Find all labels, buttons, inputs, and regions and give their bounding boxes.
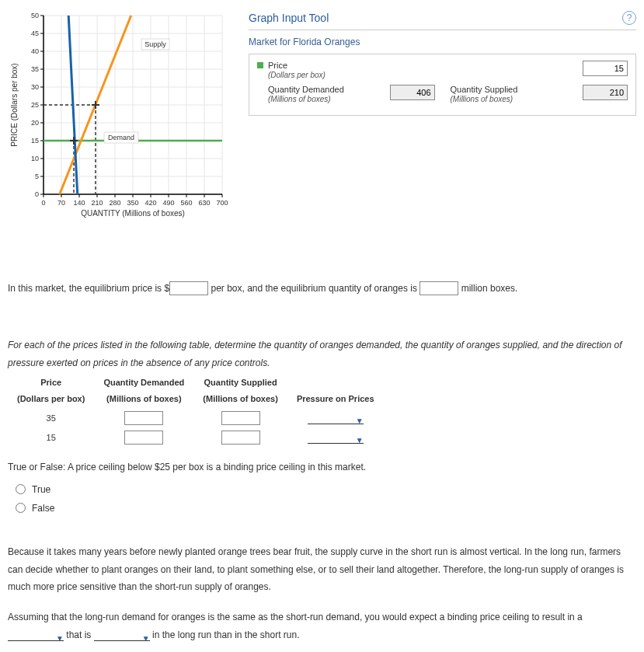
- svg-text:700: 700: [216, 199, 228, 207]
- price-sublabel: (Dollars per box): [268, 71, 325, 80]
- pressure-35-dropdown[interactable]: ▼: [308, 413, 364, 424]
- help-icon[interactable]: ?: [622, 11, 636, 25]
- qs-input: [583, 85, 628, 100]
- question-last: Assuming that the long-run demand for or…: [0, 608, 644, 644]
- svg-text:350: 350: [127, 199, 138, 207]
- caret-down-icon: ▼: [356, 436, 364, 445]
- tool-header: Graph Input Tool ?: [249, 8, 636, 30]
- qd-35-input[interactable]: [124, 411, 163, 425]
- svg-text:560: 560: [180, 199, 192, 207]
- svg-text:490: 490: [162, 199, 174, 207]
- svg-text:0: 0: [41, 199, 45, 207]
- svg-text:70: 70: [57, 199, 65, 207]
- explanatory-paragraph: Because it takes many years before newly…: [0, 543, 644, 596]
- svg-text:210: 210: [91, 199, 103, 207]
- svg-text:20: 20: [31, 119, 39, 127]
- svg-text:Supply: Supply: [144, 40, 166, 48]
- svg-text:40: 40: [31, 47, 39, 55]
- tool-box: Price (Dollars per box) Quantity Demande…: [249, 54, 636, 116]
- svg-text:0: 0: [35, 190, 39, 198]
- price-table: Price(Dollars per box) Quantity Demanded…: [8, 375, 384, 448]
- qd-input: [390, 85, 435, 100]
- price-input[interactable]: [583, 61, 628, 76]
- price-swatch-icon: [257, 62, 263, 68]
- equilibrium-price-input[interactable]: [169, 281, 208, 295]
- radio-true-row[interactable]: True: [16, 484, 644, 495]
- price-label: Price: [268, 61, 325, 71]
- svg-text:30: 30: [31, 83, 39, 91]
- svg-text:45: 45: [31, 30, 39, 37]
- svg-text:QUANTITY (Millions of boxes): QUANTITY (Millions of boxes): [81, 209, 185, 218]
- top-section: 0 5 10 15 20 25 30 35 40 45 50 0 70 140: [0, 0, 644, 241]
- radio-false-row[interactable]: False: [16, 503, 644, 514]
- qs-35-input[interactable]: [221, 411, 260, 425]
- supply-demand-chart[interactable]: 0 5 10 15 20 25 30 35 40 45 50 0 70 140: [8, 8, 249, 241]
- qd-label: Quantity Demanded: [268, 85, 344, 95]
- svg-text:15: 15: [31, 137, 39, 145]
- graph-input-tool: Graph Input Tool ? Market for Florida Or…: [249, 8, 644, 241]
- qd-15-input[interactable]: [124, 431, 163, 445]
- tf-question: True or False: A price ceiling below $25…: [0, 458, 644, 476]
- svg-text:PRICE (Dollars per box): PRICE (Dollars per box): [10, 63, 19, 146]
- svg-text:35: 35: [31, 65, 39, 73]
- qd-sublabel: (Millions of boxes): [268, 95, 344, 104]
- chart-area: 0 5 10 15 20 25 30 35 40 45 50 0 70 140: [0, 8, 249, 241]
- table-row: 35 ▼: [8, 409, 384, 428]
- caret-down-icon: ▼: [356, 417, 364, 425]
- svg-text:630: 630: [198, 199, 210, 207]
- svg-text:280: 280: [109, 199, 120, 207]
- qs-sublabel: (Millions of boxes): [451, 95, 518, 104]
- svg-text:5: 5: [35, 173, 39, 180]
- market-title: Market for Florida Oranges: [249, 30, 636, 54]
- radio-false[interactable]: [16, 503, 26, 513]
- radio-true[interactable]: [16, 484, 26, 494]
- lr-blank-1-dropdown[interactable]: ▼: [8, 630, 64, 641]
- svg-text:140: 140: [73, 199, 85, 207]
- tool-title: Graph Input Tool: [249, 12, 329, 24]
- svg-text:50: 50: [31, 12, 39, 19]
- question-1: In this market, the equilibrium price is…: [0, 280, 644, 298]
- table-instructions: For each of the prices listed in the fol…: [0, 336, 644, 372]
- qs-15-input[interactable]: [221, 431, 260, 445]
- caret-down-icon: ▼: [142, 634, 150, 643]
- pressure-15-dropdown[interactable]: ▼: [308, 433, 364, 444]
- lr-blank-2-dropdown[interactable]: ▼: [94, 630, 150, 641]
- caret-down-icon: ▼: [56, 634, 64, 643]
- table-row: 15 ▼: [8, 428, 384, 448]
- svg-text:10: 10: [31, 155, 39, 162]
- svg-text:Demand: Demand: [108, 134, 134, 141]
- equilibrium-qty-input[interactable]: [419, 281, 458, 295]
- svg-text:420: 420: [144, 199, 156, 207]
- svg-text:25: 25: [31, 101, 39, 109]
- qs-label: Quantity Supplied: [451, 85, 518, 95]
